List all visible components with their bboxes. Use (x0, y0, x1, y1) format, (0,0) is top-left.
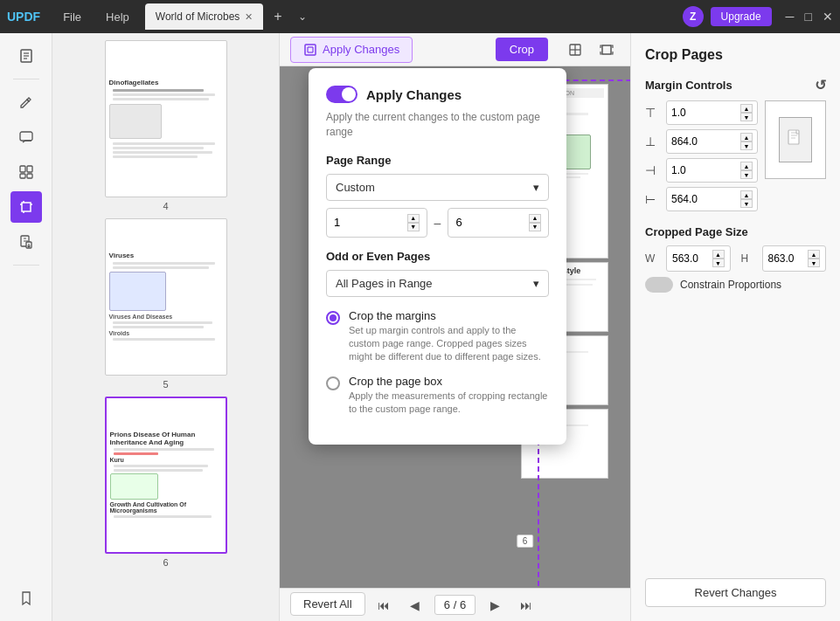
crop-grid-icon-btn[interactable] (562, 37, 588, 63)
extract-icon-btn[interactable] (10, 226, 42, 258)
top-down[interactable]: ▼ (740, 113, 753, 121)
file-menu[interactable]: File (54, 7, 90, 27)
overlay-panel: Apply Changes Apply the current changes … (280, 33, 630, 621)
height-stepper[interactable]: ▲ ▼ (808, 250, 820, 267)
bottom-margin-input[interactable]: 864.0 ▲ ▼ (666, 129, 758, 154)
tab-expand-icon[interactable]: ⌄ (293, 10, 312, 23)
svg-rect-9 (22, 203, 31, 211)
bookmark-icon-btn[interactable] (10, 583, 42, 614)
right-margin-icon: ⊢ (645, 192, 663, 206)
chevron-down-icon: ▾ (533, 181, 539, 194)
right-margin-input[interactable]: 564.0 ▲ ▼ (666, 187, 758, 211)
left-margin-row: ⊣ 1.0 ▲ ▼ (645, 158, 758, 183)
height-down[interactable]: ▼ (808, 259, 820, 267)
cropped-size-section: Cropped Page Size W 563.0 ▲ ▼ H 863.0 ▲ … (645, 225, 826, 293)
thumbnail-5[interactable]: Viruses Viruses And Diseases Viroids (105, 218, 227, 376)
bottom-down[interactable]: ▼ (740, 141, 753, 150)
thumbnail-label-4: 4 (163, 201, 168, 211)
right-margin-stepper[interactable]: ▲ ▼ (740, 190, 753, 208)
thumbnail-4[interactable]: Dinoflagellates (105, 40, 227, 197)
svg-rect-7 (20, 174, 25, 178)
left-down[interactable]: ▼ (740, 170, 753, 179)
range-from-input[interactable]: 1 ▲ ▼ (326, 208, 427, 238)
crop-margins-option[interactable]: Crop the margins Set up margin controls … (326, 309, 549, 364)
width-label: W (645, 252, 659, 265)
range-inputs: 1 ▲ ▼ – 6 ▲ ▼ (326, 208, 549, 238)
width-up[interactable]: ▲ (712, 250, 725, 259)
top-margin-row: ⊤ 1.0 ▲ ▼ (645, 100, 758, 125)
thumbnail-6[interactable]: Prions Disease Of Human Inheritance And … (105, 397, 227, 554)
top-margin-input[interactable]: 1.0 ▲ ▼ (666, 100, 758, 125)
divider-1 (13, 79, 39, 79)
crop-margins-radio[interactable] (326, 311, 340, 325)
step-down-2[interactable]: ▼ (529, 223, 541, 231)
page-range-value: Custom (336, 181, 375, 194)
range-to-stepper[interactable]: ▲ ▼ (529, 214, 541, 231)
step-up-2[interactable]: ▲ (529, 214, 541, 223)
constrain-toggle[interactable] (645, 277, 673, 293)
page-range-select[interactable]: Custom ▾ (326, 174, 549, 201)
right-up[interactable]: ▲ (740, 190, 753, 199)
comment-icon-btn[interactable] (10, 121, 42, 153)
crop-tool-icon (303, 43, 317, 57)
right-panel: Crop Pages Margin Controls ↺ ⊤ 1.0 ▲ (630, 33, 840, 621)
crop-page-box-radio[interactable] (326, 376, 340, 390)
help-menu[interactable]: Help (97, 7, 138, 27)
crop-page-box-title: Crop the page box (349, 375, 549, 388)
read-icon-btn[interactable] (10, 40, 42, 72)
constrain-proportions-row: Constrain Proportions (645, 277, 826, 293)
reset-margins-button[interactable]: ↺ (815, 77, 826, 93)
step-down[interactable]: ▼ (407, 223, 420, 231)
range-to-input[interactable]: 6 ▲ ▼ (448, 208, 549, 238)
active-tab[interactable]: World of Microbes ✕ (145, 3, 263, 30)
crop-margins-text: Crop the margins Set up margin controls … (349, 309, 549, 364)
left-margin-stepper[interactable]: ▲ ▼ (740, 162, 753, 179)
revert-changes-button[interactable]: Revert Changes (645, 578, 826, 607)
close-icon[interactable]: ✕ (823, 10, 833, 24)
app-logo: UPDF (7, 10, 40, 24)
upgrade-button[interactable]: Upgrade (711, 7, 772, 26)
crop-margins-desc: Set up margin controls and apply to the … (349, 324, 549, 364)
top-margin-stepper[interactable]: ▲ ▼ (740, 104, 753, 121)
range-to-value: 6 (455, 216, 462, 229)
list-item[interactable]: Prions Disease Of Human Inheritance And … (59, 397, 272, 568)
svg-rect-24 (602, 45, 611, 54)
maximize-icon[interactable]: □ (805, 10, 812, 24)
content-area: Apply Changes Crop PRION g (280, 33, 630, 621)
step-up[interactable]: ▲ (407, 214, 420, 223)
top-up[interactable]: ▲ (740, 104, 753, 113)
minimize-icon[interactable]: ─ (786, 10, 795, 24)
width-down[interactable]: ▼ (712, 259, 725, 267)
titlebar: UPDF File Help World of Microbes ✕ + ⌄ Z… (0, 0, 840, 33)
width-stepper[interactable]: ▲ ▼ (712, 250, 725, 267)
cropped-size-title: Cropped Page Size (645, 225, 826, 238)
crop-page-box-text: Crop the page box Apply the measurements… (349, 375, 549, 417)
thumbnail-label-6: 6 (163, 557, 168, 568)
range-from-stepper[interactable]: ▲ ▼ (407, 214, 420, 231)
left-up[interactable]: ▲ (740, 162, 753, 170)
organize-icon-btn[interactable] (10, 156, 42, 188)
crop-icon-btn[interactable] (10, 191, 42, 223)
left-margin-input[interactable]: 1.0 ▲ ▼ (666, 158, 758, 183)
list-item[interactable]: Viruses Viruses And Diseases Viroids 5 (59, 218, 272, 390)
tab-close-icon[interactable]: ✕ (245, 11, 253, 23)
bottom-margin-stepper[interactable]: ▲ ▼ (740, 133, 753, 150)
divider-2 (13, 265, 39, 266)
height-up[interactable]: ▲ (808, 250, 820, 259)
bottom-up[interactable]: ▲ (740, 133, 753, 141)
crop-frame-icon-btn[interactable] (594, 37, 620, 63)
right-down[interactable]: ▼ (740, 199, 753, 208)
odd-even-select[interactable]: All Pages in Range ▾ (326, 270, 549, 297)
crop-button[interactable]: Crop (496, 38, 548, 61)
apply-changes-button[interactable]: Apply Changes (290, 37, 413, 63)
edit-icon-btn[interactable] (10, 86, 42, 118)
tab-add-icon[interactable]: + (267, 9, 288, 24)
tab-bar: World of Microbes ✕ + ⌄ (145, 3, 676, 30)
width-input[interactable]: 563.0 ▲ ▼ (666, 245, 731, 272)
apply-toggle[interactable] (326, 86, 358, 103)
height-input[interactable]: 863.0 ▲ ▼ (762, 245, 827, 272)
crop-margins-title: Crop the margins (349, 309, 549, 322)
odd-even-value: All Pages in Range (336, 277, 433, 290)
list-item[interactable]: Dinoflagellates 4 (59, 40, 272, 211)
crop-page-box-option[interactable]: Crop the page box Apply the measurements… (326, 375, 549, 417)
